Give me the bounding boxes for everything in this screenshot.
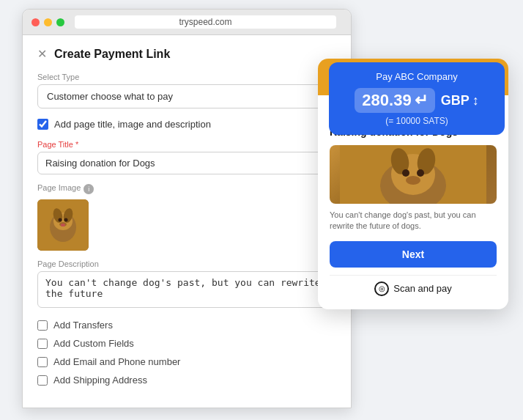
next-button[interactable]: Next	[330, 241, 497, 268]
options-list: Add Transfers Add Custom Fields Add Emai…	[37, 320, 336, 386]
minimize-dot[interactable]	[44, 18, 52, 26]
info-icon: i	[84, 184, 94, 194]
page-description-group: Page Description You can't change dog's …	[37, 259, 336, 311]
transfers-checkbox[interactable]	[37, 320, 48, 331]
sort-icon: ↕	[472, 93, 479, 108]
pay-amount-row: 280.39 ↵ GBP ↕	[341, 88, 493, 113]
browser-url-bar[interactable]: tryspeed.com	[75, 15, 336, 29]
scan-icon: ◎	[374, 281, 389, 296]
close-icon[interactable]: ✕	[37, 47, 47, 61]
close-dot[interactable]	[31, 18, 40, 26]
option-transfers: Add Transfers	[37, 320, 336, 331]
browser-window: tryspeed.com ✕ Create Payment Link Selec…	[22, 9, 352, 408]
select-type-wrapper: Customer choose what to pay ▾	[37, 84, 336, 108]
option-email-phone: Add Email and Phone number	[37, 356, 336, 367]
page-image-group: Page Image i	[37, 183, 336, 251]
option-shipping: Add Shipping Address	[37, 375, 336, 386]
preview-dog-image	[330, 145, 497, 204]
svg-point-8	[61, 224, 65, 226]
svg-point-15	[417, 169, 424, 177]
scan-pay-label: Scan and pay	[393, 283, 452, 294]
amount-value: 280.39	[362, 91, 411, 110]
page-title-label: Page Title *	[37, 140, 336, 149]
page-description-input[interactable]: You can't change dog's past, but you can…	[37, 271, 336, 308]
pay-amount-display: 280.39 ↵	[355, 88, 434, 113]
preview-description: You can't change dog's past, but you can…	[330, 210, 497, 232]
pay-header-card: Pay ABC Company 280.39 ↵ GBP ↕ (= 10000 …	[329, 62, 505, 135]
transfers-label: Add Transfers	[53, 320, 113, 331]
shipping-checkbox[interactable]	[37, 375, 48, 386]
pay-company-label: Pay ABC Company	[341, 71, 493, 82]
svg-point-16	[406, 176, 420, 185]
page-description-label: Page Description	[37, 259, 336, 268]
pay-currency-display: GBP ↕	[441, 93, 479, 108]
email-phone-label: Add Email and Phone number	[53, 356, 180, 367]
page-title-group: Page Title *	[37, 140, 336, 174]
add-page-details-row: Add page title, image and description	[37, 119, 336, 130]
panel-title: Create Payment Link	[54, 48, 170, 61]
svg-point-14	[402, 169, 409, 177]
add-page-details-checkbox[interactable]	[37, 119, 48, 130]
svg-point-5	[59, 218, 62, 222]
enter-icon: ↵	[415, 91, 428, 110]
panel-header: ✕ Create Payment Link	[37, 47, 336, 61]
svg-point-6	[64, 218, 68, 222]
page-title-input[interactable]	[37, 152, 336, 174]
page-image-thumb[interactable]	[37, 199, 89, 251]
add-page-details-label: Add page title, image and description	[54, 119, 211, 130]
currency-value: GBP	[441, 93, 470, 108]
custom-fields-checkbox[interactable]	[37, 339, 48, 349]
option-custom-fields: Add Custom Fields	[37, 338, 336, 349]
page-image-label: Page Image	[37, 183, 81, 192]
browser-body: ✕ Create Payment Link Select Type Custom…	[23, 35, 351, 408]
scan-pay-row[interactable]: ◎ Scan and pay	[330, 275, 497, 299]
custom-fields-label: Add Custom Fields	[53, 338, 134, 349]
shipping-label: Add Shipping Address	[53, 375, 147, 386]
email-phone-checkbox[interactable]	[37, 357, 48, 367]
maximize-dot[interactable]	[56, 18, 64, 26]
page-image-label-row: Page Image i	[37, 183, 336, 195]
pay-sats-label: (= 10000 SATS)	[341, 116, 493, 126]
browser-titlebar: tryspeed.com	[23, 10, 351, 35]
select-type-dropdown[interactable]: Customer choose what to pay	[37, 84, 336, 108]
select-type-label: Select Type	[37, 73, 336, 81]
